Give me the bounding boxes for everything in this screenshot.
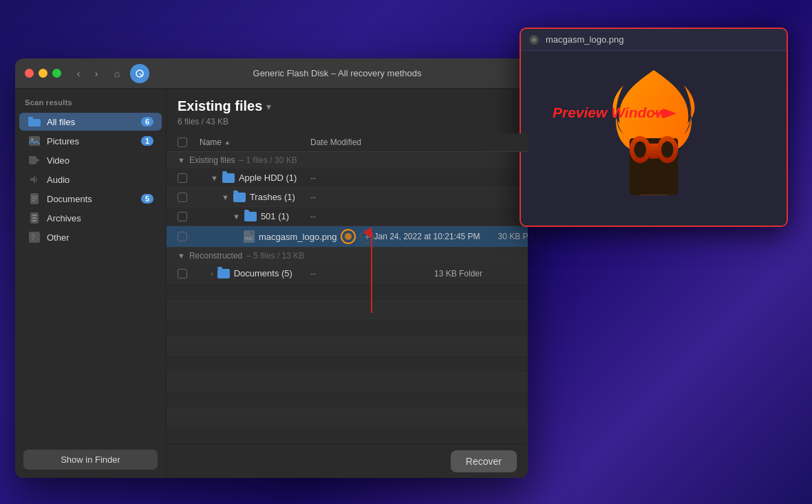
- content-header: Existing files ▾ 6 files / 43 KB: [167, 89, 528, 133]
- documents-label: Documents: [47, 194, 141, 204]
- preview-button[interactable]: [341, 229, 356, 244]
- bottom-bar: Recover: [167, 443, 528, 478]
- scan-results-label: Scan results: [15, 98, 166, 112]
- sidebar-item-other[interactable]: ? Other: [19, 228, 162, 246]
- folder-icon: [244, 212, 257, 221]
- group-reconstructed-info: – 5 files / 13 KB: [246, 251, 304, 261]
- size-cell: 13 KB Folder: [434, 269, 517, 278]
- empty-row: [167, 337, 528, 355]
- row-checkbox[interactable]: [178, 232, 187, 241]
- sidebar-item-all-files[interactable]: All files 6: [19, 113, 162, 131]
- file-name-label: Apple HDD (1): [239, 173, 297, 183]
- file-name-cell: ▼ Trashes (1): [200, 192, 310, 202]
- archives-label: Archives: [47, 213, 153, 223]
- group-reconstructed[interactable]: ▼ Reconstructed – 5 files / 13 KB: [167, 248, 528, 264]
- row-checkbox[interactable]: [178, 212, 187, 221]
- file-name-label: Trashes (1): [250, 192, 295, 202]
- main-content: Existing files ▾ 6 files / 43 KB Name ▲: [167, 89, 528, 478]
- audio-icon: [28, 174, 41, 185]
- select-all-checkbox[interactable]: [178, 138, 187, 147]
- folder-chevron-icon: ▼: [211, 174, 218, 182]
- group-existing-files[interactable]: ▼ Existing files – 1 files / 30 KB: [167, 152, 528, 168]
- all-files-icon: [28, 116, 41, 127]
- file-name-cell: PNG macgasm_logo.png +: [200, 229, 374, 244]
- row-checkbox[interactable]: [178, 193, 187, 202]
- other-label: Other: [47, 232, 153, 243]
- add-icon-button[interactable]: +: [360, 230, 374, 243]
- empty-row: [167, 355, 528, 373]
- date-cell: Jan 24, 2022 at 10:21:45 PM: [374, 232, 498, 241]
- date-cell: --: [310, 269, 434, 278]
- table-row[interactable]: ▼ 501 (1) --: [167, 207, 528, 226]
- table-row[interactable]: › Documents (5) -- 13 KB Folder: [167, 264, 528, 283]
- svg-rect-11: [32, 220, 36, 221]
- close-button[interactable]: [25, 69, 34, 78]
- preview-icon: [345, 233, 352, 240]
- preview-body: [521, 51, 787, 226]
- folder-icon: [217, 269, 230, 278]
- preview-close-button[interactable]: [529, 35, 539, 45]
- file-name-cell: ▼ Apple HDD (1): [200, 173, 310, 183]
- sidebar-item-archives[interactable]: Archives: [19, 209, 162, 227]
- table-header: Name ▲ Date Modified: [167, 133, 528, 152]
- file-name-label: Documents (5): [234, 268, 292, 278]
- group-reconstructed-label: ▼ Reconstructed – 5 files / 13 KB: [178, 251, 310, 261]
- fullscreen-button[interactable]: [52, 69, 61, 78]
- nav-buttons: ‹ ›: [71, 66, 104, 81]
- folder-chevron-icon: ›: [211, 270, 213, 278]
- group-reconstructed-title: Reconstructed: [189, 251, 242, 261]
- png-file-icon: PNG: [244, 230, 255, 243]
- window-body: Scan results All files 6: [15, 89, 528, 478]
- row-checkbox[interactable]: [178, 269, 187, 278]
- window-title: Generic Flash Disk – All recovery method…: [156, 68, 518, 78]
- svg-rect-1: [28, 119, 41, 127]
- row-checkbox[interactable]: [178, 173, 187, 183]
- back-button[interactable]: ‹: [71, 66, 86, 81]
- size-column-header: [434, 138, 517, 147]
- sidebar-item-audio[interactable]: Audio: [19, 171, 162, 188]
- svg-point-21: [661, 141, 674, 157]
- group-existing-title: Existing files: [189, 155, 235, 165]
- folder-chevron-icon: ▼: [233, 212, 240, 221]
- other-icon: ?: [28, 232, 41, 243]
- file-name-cell: ▼ 501 (1): [200, 211, 310, 221]
- empty-row: [167, 426, 528, 443]
- file-table: Name ▲ Date Modified ▼ Existing files – …: [167, 133, 528, 443]
- date-header-label: Date Modified: [310, 138, 361, 147]
- empty-row: [167, 408, 528, 426]
- all-files-badge: 6: [141, 117, 153, 127]
- empty-row: [167, 301, 528, 319]
- preview-title-bar: macgasm_logo.png: [521, 29, 787, 51]
- group-chevron-icon: ▼: [178, 252, 185, 260]
- show-in-finder-button[interactable]: Show in Finder: [23, 450, 158, 470]
- sidebar-item-documents[interactable]: Documents 5: [19, 190, 162, 208]
- recover-button[interactable]: Recover: [451, 450, 517, 472]
- sidebar-item-video[interactable]: Video: [19, 151, 162, 169]
- audio-label: Audio: [47, 175, 153, 185]
- minimize-button[interactable]: [39, 69, 47, 78]
- forward-button[interactable]: ›: [89, 66, 104, 81]
- pictures-badge: 1: [141, 136, 153, 146]
- name-column-header[interactable]: Name ▲: [200, 138, 310, 147]
- scan-button[interactable]: [130, 64, 149, 83]
- group-existing-label: ▼ Existing files – 1 files / 30 KB: [178, 155, 310, 165]
- dropdown-icon[interactable]: ▾: [266, 101, 271, 112]
- size-cell: 30 KB PNG image: [498, 232, 528, 241]
- folder-icon: [222, 173, 235, 183]
- svg-rect-22: [649, 144, 658, 159]
- table-row[interactable]: ▼ Apple HDD (1) --: [167, 168, 528, 188]
- content-title: Existing files: [178, 98, 262, 114]
- group-existing-info: – 1 files / 30 KB: [239, 155, 297, 165]
- home-button[interactable]: ⌂: [109, 66, 125, 81]
- empty-row: [167, 319, 528, 337]
- group-chevron-icon: ▼: [178, 156, 185, 164]
- sidebar-bottom: Show in Finder: [15, 441, 166, 478]
- main-window: ‹ › ⌂ Generic Flash Disk – All recovery …: [15, 58, 528, 478]
- table-row[interactable]: ▼ Trashes (1) --: [167, 188, 528, 207]
- date-column-header[interactable]: Date Modified: [310, 138, 434, 147]
- content-title-row: Existing files ▾: [178, 98, 517, 114]
- svg-text:PNG: PNG: [245, 237, 253, 241]
- table-row[interactable]: PNG macgasm_logo.png + Jan 24, 2022 at 1…: [167, 226, 528, 248]
- svg-point-19: [634, 141, 646, 157]
- sidebar-item-pictures[interactable]: Pictures 1: [19, 132, 162, 150]
